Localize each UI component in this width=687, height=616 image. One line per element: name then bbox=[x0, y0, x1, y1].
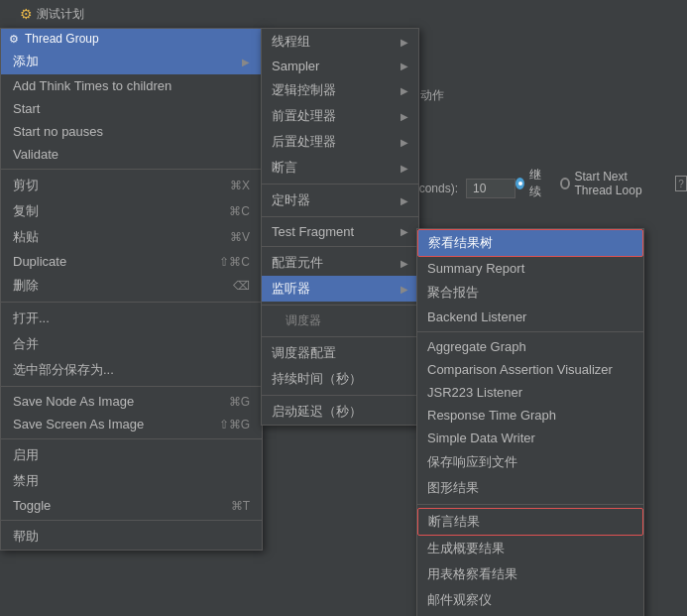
menu-item-start[interactable]: Start bbox=[1, 97, 262, 120]
menu-item-l2-label-sampler: Sampler bbox=[272, 59, 319, 73]
menu-item-l2-sampler[interactable]: Sampler▶ bbox=[262, 55, 418, 77]
menu-item-l3-assertion-results[interactable]: 断言结果 bbox=[417, 508, 643, 536]
menu-arrow-l2-config-element: ▶ bbox=[401, 258, 408, 269]
menu-item-l2-label-scheduler-config: 调度器配置 bbox=[272, 344, 336, 362]
menu-item-l3-label-summary-report: Summary Report bbox=[427, 261, 524, 276]
menu-arrow-l2-test-fragment: ▶ bbox=[401, 226, 408, 237]
menu-item-l3-generate-summary[interactable]: 生成概要结果 bbox=[417, 536, 643, 561]
menu-item-l3-summary-report[interactable]: Summary Report bbox=[417, 257, 643, 280]
menu-item-l2-listener[interactable]: 监听器▶ bbox=[262, 276, 418, 302]
menu-item-l3-view-results-tree[interactable]: 察看结果树 bbox=[417, 229, 643, 257]
menu-item-toggle[interactable]: Toggle⌘T bbox=[1, 494, 262, 517]
info-button[interactable]: ? bbox=[675, 176, 687, 191]
menu-item-l2-label-config-element: 配置元件 bbox=[272, 254, 323, 272]
menu-item-validate[interactable]: Validate bbox=[1, 143, 262, 166]
menu-item-l3-mail-viewer[interactable]: 邮件观察仪 bbox=[417, 587, 643, 613]
menu-item-l2-duration[interactable]: 持续时间（秒） bbox=[262, 366, 418, 392]
menu-item-l3-graph-results[interactable]: 图形结果 bbox=[417, 475, 643, 501]
radio-next-thread-dot[interactable] bbox=[560, 178, 570, 189]
menu-item-add[interactable]: 添加▶ bbox=[1, 49, 262, 74]
menu-shortcut-cut: ⌘X bbox=[230, 179, 250, 192]
menu-item-add-think-times[interactable]: Add Think Times to children bbox=[1, 74, 262, 97]
menu-item-l2-scheduler[interactable]: 调度器 bbox=[262, 308, 418, 333]
menu-item-l3-label-aggregate-report: 聚合报告 bbox=[427, 284, 479, 302]
menu-separator-l3 bbox=[417, 504, 643, 505]
radio-continue-dot[interactable] bbox=[515, 178, 524, 189]
menu-item-l2-assertion[interactable]: 断言▶ bbox=[262, 155, 418, 181]
menu-item-save-selection[interactable]: 选中部分保存为... bbox=[1, 357, 262, 383]
menu-item-paste[interactable]: 粘贴⌘V bbox=[1, 224, 262, 250]
menu-item-l2-config-element[interactable]: 配置元件▶ bbox=[262, 250, 418, 276]
menu-item-l3-label-comparison-assertion: Comparison Assertion Visualizer bbox=[427, 362, 613, 377]
menu-arrow-l2-post-processor: ▶ bbox=[401, 137, 408, 148]
menu-item-l3-save-response[interactable]: 保存响应到文件 bbox=[417, 449, 643, 475]
menu-item-l3-backend-listener[interactable]: Backend Listener bbox=[417, 306, 643, 328]
menu-item-l2-post-processor[interactable]: 后置处理器▶ bbox=[262, 129, 418, 155]
menu-item-enable[interactable]: 启用 bbox=[1, 442, 262, 468]
menu-item-l3-jsr223-listener[interactable]: JSR223 Listener bbox=[417, 381, 643, 404]
menu-separator bbox=[1, 169, 262, 170]
menu-item-l2-logic-controller[interactable]: 逻辑控制器▶ bbox=[262, 77, 418, 103]
menu-item-label-copy: 复制 bbox=[13, 202, 39, 220]
menu-item-open[interactable]: 打开... bbox=[1, 306, 262, 331]
context-menu-l3: 察看结果树Summary Report聚合报告Backend ListenerA… bbox=[416, 228, 644, 616]
radio-continue-label: 继续 bbox=[529, 167, 544, 200]
menu-item-delete[interactable]: 删除⌫ bbox=[1, 273, 262, 299]
testplan-icon: ⚙ bbox=[20, 6, 33, 22]
menu-item-l2-pre-processor[interactable]: 前置处理器▶ bbox=[262, 103, 418, 129]
radio-continue-item[interactable]: 继续 bbox=[515, 167, 544, 200]
menu-separator bbox=[1, 438, 262, 439]
menu-item-duplicate[interactable]: Duplicate⇧⌘C bbox=[1, 250, 262, 273]
menu-item-l2-test-fragment[interactable]: Test Fragment▶ bbox=[262, 220, 418, 243]
menu-item-l3-label-assertion-results: 断言结果 bbox=[428, 513, 480, 531]
menu-item-l3-aggregate-graph[interactable]: Aggregate Graph bbox=[417, 335, 643, 358]
menu-item-l3-simple-data-writer[interactable]: Simple Data Writer bbox=[417, 427, 643, 449]
thread-group-icon: ⚙ bbox=[9, 33, 19, 46]
menu-arrow-l2-pre-processor: ▶ bbox=[401, 111, 408, 122]
radio-next-thread-label: Start Next Thread Loop bbox=[575, 170, 660, 197]
menu-item-cut[interactable]: 剪切⌘X bbox=[1, 173, 262, 198]
menu-item-l2-timer[interactable]: 定时器▶ bbox=[262, 187, 418, 213]
menu-item-l3-comparison-assertion[interactable]: Comparison Assertion Visualizer bbox=[417, 358, 643, 381]
menu-separator bbox=[1, 302, 262, 303]
menu-l1-header-label: Thread Group bbox=[25, 32, 99, 46]
menu-item-l3-table-results[interactable]: 用表格察看结果 bbox=[417, 561, 643, 587]
menu-item-label-paste: 粘贴 bbox=[13, 228, 39, 246]
menu-item-label-duplicate: Duplicate bbox=[13, 254, 66, 269]
menu-item-l2-label-assertion: 断言 bbox=[272, 159, 297, 177]
menu-item-label-save-selection: 选中部分保存为... bbox=[13, 361, 114, 379]
menu-item-l3-aggregate-report[interactable]: 聚合报告 bbox=[417, 280, 643, 306]
menu-item-l3-response-time-graph[interactable]: Response Time Graph bbox=[417, 404, 643, 427]
menu-item-l2-thread-group[interactable]: 线程组▶ bbox=[262, 29, 418, 55]
menu-item-label-toggle: Toggle bbox=[13, 498, 51, 513]
menu-separator bbox=[1, 520, 262, 521]
duration-input[interactable] bbox=[466, 179, 515, 198]
menu-item-save-node-image[interactable]: Save Node As Image⌘G bbox=[1, 390, 262, 413]
menu-item-l3-label-aggregate-graph: Aggregate Graph bbox=[427, 339, 526, 354]
menu-item-merge[interactable]: 合并 bbox=[1, 331, 262, 357]
menu-item-l2-scheduler-config[interactable]: 调度器配置 bbox=[262, 340, 418, 366]
menu-shortcut-paste: ⌘V bbox=[230, 230, 250, 244]
menu-item-copy[interactable]: 复制⌘C bbox=[1, 198, 262, 224]
menu-item-l2-startup-delay[interactable]: 启动延迟（秒） bbox=[262, 399, 418, 425]
menu-item-help[interactable]: 帮助 bbox=[1, 524, 262, 550]
menu-arrow-l2-assertion: ▶ bbox=[401, 163, 408, 174]
menu-item-label-validate: Validate bbox=[13, 147, 58, 162]
menu-l1-header: ⚙ Thread Group bbox=[1, 29, 262, 49]
menu-item-save-screen-image[interactable]: Save Screen As Image⇧⌘G bbox=[1, 413, 262, 435]
menu-item-label-help: 帮助 bbox=[13, 528, 39, 546]
menu-item-disable[interactable]: 禁用 bbox=[1, 468, 262, 494]
menu-item-l3-label-generate-summary: 生成概要结果 bbox=[427, 540, 505, 557]
radio-next-thread-item[interactable]: Start Next Thread Loop bbox=[560, 170, 659, 197]
menu-item-start-no-pauses[interactable]: Start no pauses bbox=[1, 120, 262, 143]
menu-separator-l2 bbox=[262, 395, 418, 396]
menu-item-l3-label-save-response: 保存响应到文件 bbox=[427, 453, 517, 471]
menu-item-l3-label-view-results-tree: 察看结果树 bbox=[428, 234, 493, 252]
menu-item-l3-label-backend-listener: Backend Listener bbox=[427, 309, 526, 324]
menu-item-l3-label-response-time-graph: Response Time Graph bbox=[427, 408, 556, 423]
menu-shortcut-copy: ⌘C bbox=[229, 204, 250, 218]
testplan-label: 测试计划 bbox=[37, 6, 84, 23]
menu-item-l2-label-test-fragment: Test Fragment bbox=[272, 224, 354, 239]
menu-item-l2-label-scheduler: 调度器 bbox=[286, 312, 321, 329]
menu-arrow-l2-sampler: ▶ bbox=[401, 61, 408, 71]
